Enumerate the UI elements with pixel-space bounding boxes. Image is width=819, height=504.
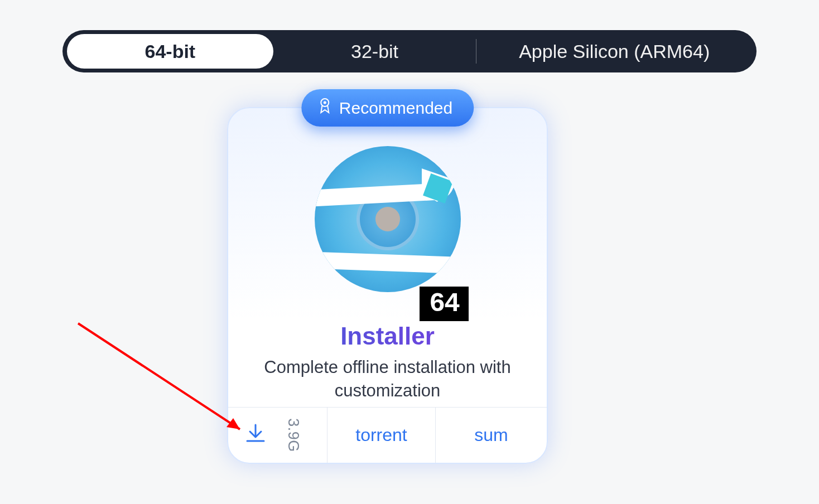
architecture-tabs: 64-bit 32-bit Apple Silicon (ARM64) — [62, 30, 757, 72]
installer-card: 64 Installer Complete offline installati… — [227, 107, 548, 464]
svg-line-4 — [78, 323, 240, 429]
tab-64-bit[interactable]: 64-bit — [67, 34, 273, 69]
sum-label: sum — [474, 425, 508, 445]
card-footer: 3.9G torrent sum — [228, 407, 547, 463]
recommended-badge: Recommended — [301, 89, 474, 127]
svg-marker-5 — [227, 418, 240, 429]
torrent-link[interactable]: torrent — [327, 408, 436, 463]
card-title: Installer — [228, 322, 547, 350]
card-subtitle: Complete offline installation with custo… — [256, 356, 519, 403]
tab-label: 64-bit — [145, 41, 196, 62]
svg-point-1 — [323, 101, 326, 104]
download-size: 3.9G — [285, 418, 302, 452]
annotation-arrow — [73, 318, 262, 446]
checksum-link[interactable]: sum — [436, 408, 547, 463]
ribbon-icon — [318, 97, 331, 119]
torrent-label: torrent — [355, 425, 407, 445]
tab-apple-silicon[interactable]: Apple Silicon (ARM64) — [476, 34, 752, 69]
tab-32-bit[interactable]: 32-bit — [273, 34, 476, 69]
disc-artwork — [228, 146, 547, 292]
tab-label: 32-bit — [351, 41, 398, 62]
recommended-label: Recommended — [339, 99, 452, 118]
arch-badge-64: 64 — [420, 287, 469, 321]
tab-label: Apple Silicon (ARM64) — [519, 41, 710, 62]
